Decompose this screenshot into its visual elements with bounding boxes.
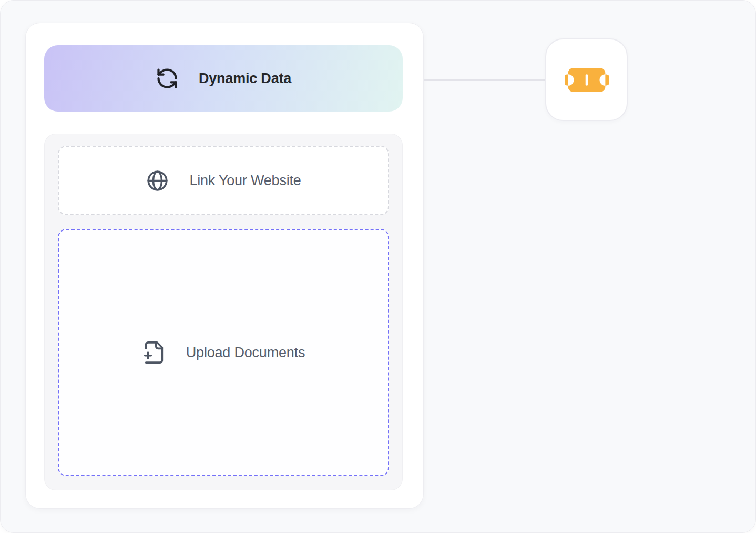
app-frame: Dynamic Data Link Your Website <box>0 0 756 533</box>
upload-documents-dropzone[interactable]: Upload Documents <box>58 229 389 476</box>
data-sources-card: Dynamic Data Link Your Website <box>25 23 424 509</box>
link-website-label: Link Your Website <box>189 173 301 189</box>
upload-documents-label: Upload Documents <box>186 345 305 361</box>
dynamic-data-button[interactable]: Dynamic Data <box>44 45 403 112</box>
link-website-option[interactable]: Link Your Website <box>58 146 389 215</box>
sync-icon <box>156 67 179 90</box>
dynamic-data-label: Dynamic Data <box>199 71 291 87</box>
file-plus-icon <box>142 340 166 365</box>
sources-panel: Link Your Website Upload Documents <box>44 134 403 490</box>
ticket-node-card[interactable] <box>545 38 628 121</box>
globe-icon <box>146 169 169 193</box>
flow-connector-line <box>424 79 545 81</box>
ticket-icon <box>565 58 609 102</box>
